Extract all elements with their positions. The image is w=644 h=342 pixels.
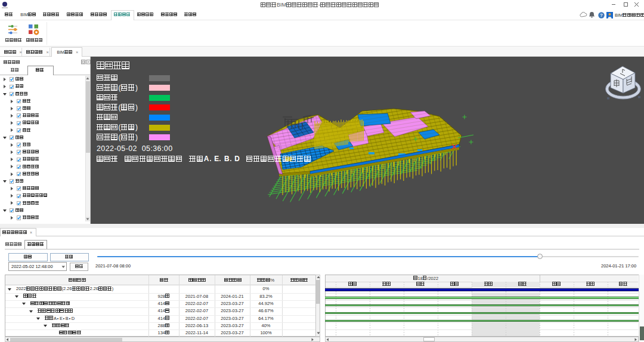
svg-text:?: ? xyxy=(600,13,603,18)
